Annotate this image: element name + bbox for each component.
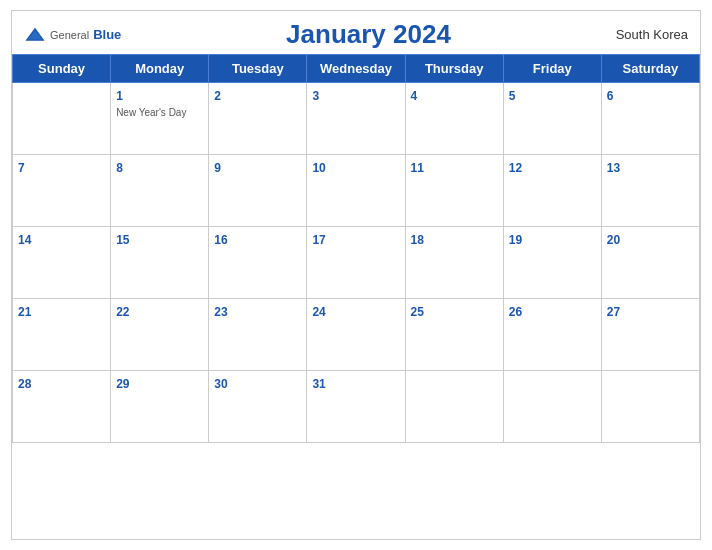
calendar-week-row: 28293031 bbox=[13, 371, 700, 443]
day-number: 23 bbox=[214, 305, 227, 319]
day-number: 20 bbox=[607, 233, 620, 247]
country-label: South Korea bbox=[616, 27, 688, 42]
calendar-cell bbox=[13, 83, 111, 155]
day-number: 1 bbox=[116, 89, 123, 103]
calendar-cell: 25 bbox=[405, 299, 503, 371]
calendar-cell: 22 bbox=[111, 299, 209, 371]
calendar-cell: 3 bbox=[307, 83, 405, 155]
calendar-cell: 23 bbox=[209, 299, 307, 371]
logo-general-text: General bbox=[50, 29, 89, 41]
day-number: 18 bbox=[411, 233, 424, 247]
day-number: 28 bbox=[18, 377, 31, 391]
header-thursday: Thursday bbox=[405, 55, 503, 83]
calendar-cell: 19 bbox=[503, 227, 601, 299]
day-number: 27 bbox=[607, 305, 620, 319]
calendar-cell: 21 bbox=[13, 299, 111, 371]
calendar-cell: 20 bbox=[601, 227, 699, 299]
calendar-cell: 24 bbox=[307, 299, 405, 371]
calendar-cell: 14 bbox=[13, 227, 111, 299]
calendar-week-row: 78910111213 bbox=[13, 155, 700, 227]
calendar-cell: 13 bbox=[601, 155, 699, 227]
day-number: 5 bbox=[509, 89, 516, 103]
day-number: 11 bbox=[411, 161, 424, 175]
logo-text: General Blue bbox=[24, 26, 121, 44]
calendar: General Blue January 2024 South Korea Su… bbox=[11, 10, 701, 540]
day-number: 19 bbox=[509, 233, 522, 247]
day-number: 12 bbox=[509, 161, 522, 175]
calendar-cell: 15 bbox=[111, 227, 209, 299]
day-number: 6 bbox=[607, 89, 614, 103]
calendar-week-row: 1New Year's Day23456 bbox=[13, 83, 700, 155]
header-tuesday: Tuesday bbox=[209, 55, 307, 83]
calendar-cell: 7 bbox=[13, 155, 111, 227]
calendar-cell: 26 bbox=[503, 299, 601, 371]
calendar-cell: 27 bbox=[601, 299, 699, 371]
calendar-table: Sunday Monday Tuesday Wednesday Thursday… bbox=[12, 54, 700, 443]
logo-icon bbox=[24, 26, 46, 44]
calendar-cell: 1New Year's Day bbox=[111, 83, 209, 155]
day-number: 9 bbox=[214, 161, 221, 175]
day-number: 31 bbox=[312, 377, 325, 391]
day-number: 2 bbox=[214, 89, 221, 103]
calendar-cell: 6 bbox=[601, 83, 699, 155]
day-number: 14 bbox=[18, 233, 31, 247]
calendar-cell bbox=[405, 371, 503, 443]
day-number: 25 bbox=[411, 305, 424, 319]
day-number: 10 bbox=[312, 161, 325, 175]
calendar-cell bbox=[601, 371, 699, 443]
calendar-cell: 4 bbox=[405, 83, 503, 155]
calendar-cell: 12 bbox=[503, 155, 601, 227]
calendar-cell: 11 bbox=[405, 155, 503, 227]
weekday-header-row: Sunday Monday Tuesday Wednesday Thursday… bbox=[13, 55, 700, 83]
header-friday: Friday bbox=[503, 55, 601, 83]
calendar-cell: 29 bbox=[111, 371, 209, 443]
day-number: 7 bbox=[18, 161, 25, 175]
calendar-body: 1New Year's Day2345678910111213141516171… bbox=[13, 83, 700, 443]
calendar-cell: 5 bbox=[503, 83, 601, 155]
holiday-label: New Year's Day bbox=[116, 106, 203, 119]
calendar-cell: 16 bbox=[209, 227, 307, 299]
header-saturday: Saturday bbox=[601, 55, 699, 83]
day-number: 29 bbox=[116, 377, 129, 391]
day-number: 21 bbox=[18, 305, 31, 319]
calendar-cell: 31 bbox=[307, 371, 405, 443]
calendar-title: January 2024 bbox=[286, 19, 451, 50]
day-number: 4 bbox=[411, 89, 418, 103]
calendar-cell: 10 bbox=[307, 155, 405, 227]
day-number: 16 bbox=[214, 233, 227, 247]
day-number: 3 bbox=[312, 89, 319, 103]
day-number: 24 bbox=[312, 305, 325, 319]
day-number: 26 bbox=[509, 305, 522, 319]
calendar-cell: 17 bbox=[307, 227, 405, 299]
calendar-week-row: 21222324252627 bbox=[13, 299, 700, 371]
calendar-cell: 28 bbox=[13, 371, 111, 443]
calendar-week-row: 14151617181920 bbox=[13, 227, 700, 299]
header-monday: Monday bbox=[111, 55, 209, 83]
calendar-cell: 9 bbox=[209, 155, 307, 227]
calendar-cell: 8 bbox=[111, 155, 209, 227]
header-wednesday: Wednesday bbox=[307, 55, 405, 83]
logo-blue-text: Blue bbox=[93, 27, 121, 42]
day-number: 17 bbox=[312, 233, 325, 247]
header-sunday: Sunday bbox=[13, 55, 111, 83]
calendar-cell: 18 bbox=[405, 227, 503, 299]
calendar-header: General Blue January 2024 South Korea bbox=[12, 11, 700, 54]
day-number: 13 bbox=[607, 161, 620, 175]
calendar-cell: 2 bbox=[209, 83, 307, 155]
day-number: 15 bbox=[116, 233, 129, 247]
day-number: 30 bbox=[214, 377, 227, 391]
day-number: 8 bbox=[116, 161, 123, 175]
calendar-cell bbox=[503, 371, 601, 443]
logo: General Blue bbox=[24, 26, 121, 44]
calendar-cell: 30 bbox=[209, 371, 307, 443]
day-number: 22 bbox=[116, 305, 129, 319]
